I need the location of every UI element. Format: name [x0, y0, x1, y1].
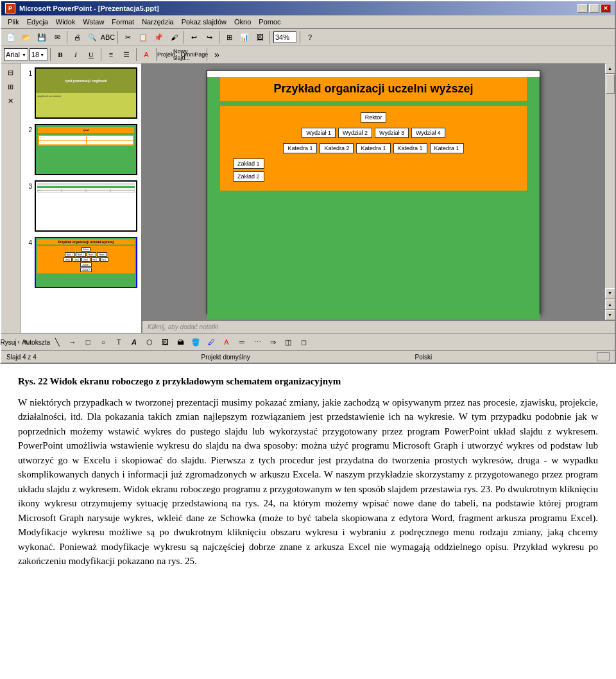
org-box-zaklad-1[interactable]: Zakład 1 [233, 159, 264, 169]
oval-tool[interactable]: ○ [96, 335, 110, 349]
font-name: Arial [6, 51, 20, 58]
italic-button[interactable]: I [69, 47, 83, 62]
ext-button[interactable]: » [210, 47, 224, 62]
menu-widok[interactable]: Widok [52, 17, 80, 27]
close-panel-button[interactable]: ✕ [3, 94, 19, 107]
menu-bar: Plik Edycja Widok Wstaw Format Narzędzia… [1, 15, 615, 29]
menu-wstaw[interactable]: Wstaw [79, 17, 108, 27]
line-color-button[interactable]: 🖊 [204, 335, 218, 349]
scroll-thumb[interactable] [606, 74, 615, 94]
font-selector[interactable]: Arial ▼ [4, 48, 28, 61]
title-bar-left: P Microsoft PowerPoint - [Prezentacja5.p… [5, 3, 159, 13]
normal-view-button[interactable]: ⊟ [3, 66, 19, 79]
preview-button[interactable]: 🔍 [85, 30, 99, 44]
maximize-button[interactable]: □ [589, 4, 599, 13]
align-left-button[interactable]: ≡ [104, 47, 118, 62]
open-button[interactable]: 📂 [19, 30, 33, 44]
org-box-katedra-1[interactable]: Katedra 1 [283, 143, 317, 153]
font-color-draw-button[interactable]: A [219, 335, 234, 349]
wordart-tool[interactable]: A [127, 335, 141, 349]
design-label: Projekt [157, 51, 175, 58]
fmt-sep4 [156, 48, 157, 61]
org-box-wydzial-4[interactable]: Wydział 4 [411, 128, 445, 138]
sep4 [219, 31, 219, 44]
slide-thumb-3[interactable]: 3 tekst [23, 179, 139, 233]
diagram-tool[interactable]: ⬡ [142, 335, 157, 349]
notes-area[interactable]: Kliknij, aby dodać notatki [142, 320, 615, 333]
zaklad-2-label: Zakład 2 [237, 173, 260, 180]
align-center-button[interactable]: ☰ [119, 47, 133, 62]
scroll-up-button[interactable]: ▲ [605, 64, 615, 74]
slide-thumb-1[interactable]: 1 tytuł prezentacji i nagłówek nagłówek … [23, 66, 139, 120]
slide-thumb-2[interactable]: 2 tytuł ····· ····· ····· ····· [23, 123, 139, 176]
undo-button[interactable]: ↩ [187, 30, 201, 44]
arrow-tool[interactable]: → [65, 335, 80, 349]
minimize-button[interactable]: _ [578, 4, 588, 13]
status-bar: Slajd 4 z 4 Projekt domyślny Polski [1, 350, 615, 363]
menu-narzedzia[interactable]: Narzędzia [138, 17, 178, 27]
slide-sorter-button[interactable]: ⊞ [3, 80, 19, 93]
slide-title[interactable]: Przykład organizacji uczelni wyższej [220, 77, 527, 101]
standard-toolbar: 📄 📂 💾 ✉ 🖨 🔍 ABC ✂ 📋 📌 🖌 ↩ ↪ ⊞ 📊 🖼 34% ? [1, 29, 615, 46]
rysuj-button[interactable]: Rysuj ▼ [4, 335, 18, 349]
shadow-button[interactable]: ◫ [281, 335, 295, 349]
org-box-wydzial-1[interactable]: Wydział 1 [302, 128, 336, 138]
cut-button[interactable]: ✂ [121, 30, 135, 44]
org-box-wydzial-3[interactable]: Wydział 3 [375, 128, 409, 138]
menu-pomoc[interactable]: Pomoc [255, 17, 284, 27]
save-button[interactable]: 💾 [35, 30, 49, 44]
menu-format[interactable]: Format [108, 17, 138, 27]
size-dropdown-arrow: ▼ [40, 53, 44, 57]
org-box-katedra-5[interactable]: Katedra 1 [430, 143, 464, 153]
zoom-input[interactable]: 34% [273, 31, 296, 43]
line-style-button[interactable]: ═ [235, 335, 249, 349]
line-tool[interactable]: ╲ [50, 335, 64, 349]
insert-table-button[interactable]: ⊞ [222, 30, 236, 44]
omnipage-button[interactable]: OmniPage ▼ [190, 47, 204, 62]
menu-pokaz[interactable]: Pokaz slajdów [178, 17, 230, 27]
org-box-katedra-2[interactable]: Katedra 2 [320, 143, 354, 153]
redo-button[interactable]: ↪ [202, 30, 216, 44]
design-button[interactable]: Projekt [159, 47, 173, 62]
font-color-button[interactable]: A [139, 47, 153, 62]
scroll-next-slide[interactable]: ▼ [605, 310, 615, 320]
format-painter-button[interactable]: 🖌 [167, 30, 181, 44]
autoksztalty-button[interactable]: Autokształty ▼ [35, 335, 49, 349]
org-box-katedra-3[interactable]: Katedra 1 [356, 143, 390, 153]
arrow-style-button[interactable]: ⇒ [266, 335, 280, 349]
new-button[interactable]: 📄 [4, 30, 18, 44]
bold-button[interactable]: B [53, 47, 67, 62]
scroll-down-button[interactable]: ▼ [605, 288, 615, 298]
org-box-wydzial-2[interactable]: Wydział 2 [338, 128, 372, 138]
3d-button[interactable]: ◻ [296, 335, 311, 349]
clip-art-tool[interactable]: 🖼 [158, 335, 172, 349]
insert-clip-button[interactable]: 🖼 [253, 30, 267, 44]
org-box-zaklad-2[interactable]: Zakład 2 [233, 171, 264, 182]
spell-button[interactable]: ABC [101, 30, 115, 44]
print-button[interactable]: 🖨 [70, 30, 84, 44]
textbox-tool[interactable]: T [112, 335, 126, 349]
org-box-rektor[interactable]: Rektor [361, 112, 387, 123]
slide-panel: 1 tytuł prezentacji i nagłówek nagłówek … [21, 64, 142, 333]
menu-okno[interactable]: Okno [230, 17, 255, 27]
paste-button[interactable]: 📌 [151, 30, 166, 44]
slide-thumb-4[interactable]: 4 Przykład organizacji uczelni wyższej R… [23, 236, 139, 289]
underline-button[interactable]: U [84, 47, 98, 62]
org-box-katedra-4[interactable]: Katedra 1 [393, 143, 427, 153]
insert-chart-button[interactable]: 📊 [237, 30, 252, 44]
article-area: Rys. 22 Widok ekranu roboczego z przykła… [0, 364, 616, 585]
org-row-zakLad1: Zakład 1 [233, 159, 520, 169]
scroll-prev-slide[interactable]: ▲ [605, 300, 615, 310]
vertical-scrollbar[interactable]: ▲ ▼ ▲ ▼ [604, 64, 615, 320]
menu-edycja[interactable]: Edycja [23, 17, 52, 27]
picture-tool[interactable]: 🏔 [173, 335, 187, 349]
font-size-selector[interactable]: 18 ▼ [30, 48, 47, 61]
menu-plik[interactable]: Plik [4, 17, 23, 27]
copy-button[interactable]: 📋 [136, 30, 150, 44]
email-button[interactable]: ✉ [50, 30, 64, 44]
dash-style-button[interactable]: ⋯ [250, 335, 264, 349]
rect-tool[interactable]: □ [81, 335, 95, 349]
fill-color-button[interactable]: 🪣 [189, 335, 203, 349]
close-button[interactable]: ✕ [601, 4, 611, 13]
help-button[interactable]: ? [303, 30, 317, 44]
